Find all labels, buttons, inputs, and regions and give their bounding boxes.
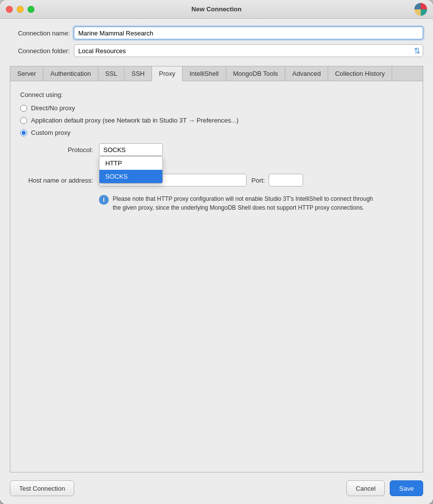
connection-name-label: Connection name: xyxy=(10,30,74,37)
tab-mongodb-tools[interactable]: MongoDB Tools xyxy=(226,66,286,81)
protocol-dropdown: HTTP SOCKS xyxy=(99,156,163,184)
right-buttons: Cancel Save xyxy=(346,480,423,496)
no-proxy-radio[interactable] xyxy=(20,105,27,112)
tab-ssl[interactable]: SSL xyxy=(98,66,125,81)
tab-intellishell[interactable]: IntelliShell xyxy=(183,66,226,81)
connection-folder-label: Connection folder: xyxy=(10,47,74,55)
bottom-bar: Test Connection Cancel Save xyxy=(0,472,433,504)
window-title: New Connection xyxy=(191,5,242,13)
tab-advanced[interactable]: Advanced xyxy=(285,66,328,81)
connection-folder-select[interactable]: Local Resources xyxy=(74,44,423,57)
connection-name-input[interactable] xyxy=(74,27,423,39)
custom-proxy-label: Custom proxy xyxy=(31,129,70,136)
titlebar: New Connection xyxy=(0,0,433,19)
save-button[interactable]: Save xyxy=(390,480,423,496)
app-icon xyxy=(414,3,427,16)
protocol-selected-value: SOCKS xyxy=(103,146,126,154)
hostname-row: Host name or address: Port: xyxy=(25,174,413,187)
close-button[interactable] xyxy=(6,6,13,13)
port-label: Port: xyxy=(251,177,265,184)
no-proxy-option[interactable]: Direct/No proxy xyxy=(20,104,413,112)
app-proxy-option[interactable]: Application default proxy (see Network t… xyxy=(20,117,413,124)
protocol-row: Protocol: SOCKS HTTP SOCKS xyxy=(25,143,413,156)
minimize-button[interactable] xyxy=(17,6,24,13)
port-input[interactable] xyxy=(269,174,303,187)
content-area: Connection name: Connection folder: Loca… xyxy=(0,19,433,472)
connection-folder-row: Connection folder: Local Resources ⇅ xyxy=(10,44,423,57)
traffic-lights xyxy=(6,6,34,13)
info-box: i Please note that HTTP proxy configurat… xyxy=(99,194,413,212)
custom-proxy-option[interactable]: Custom proxy xyxy=(20,129,413,136)
tab-ssh[interactable]: SSH xyxy=(124,66,152,81)
app-proxy-label: Application default proxy (see Network t… xyxy=(31,117,239,124)
tab-proxy[interactable]: Proxy xyxy=(152,66,183,81)
protocol-select-wrapper: SOCKS HTTP SOCKS xyxy=(99,143,163,156)
hostname-label: Host name or address: xyxy=(25,177,99,184)
test-connection-button[interactable]: Test Connection xyxy=(10,480,74,496)
protocol-option-http[interactable]: HTTP xyxy=(99,157,162,170)
custom-proxy-radio[interactable] xyxy=(20,129,27,136)
protocol-select-display[interactable]: SOCKS xyxy=(99,143,163,156)
connect-using-label: Connect using: xyxy=(20,91,413,98)
tab-bar: Server Authentication SSL SSH Proxy Inte… xyxy=(10,66,423,81)
proxy-form: Protocol: SOCKS HTTP SOCKS Host n xyxy=(20,143,413,212)
main-window: New Connection Connection name: Connecti… xyxy=(0,0,433,504)
maximize-button[interactable] xyxy=(28,6,34,13)
tab-server[interactable]: Server xyxy=(10,66,43,81)
connection-folder-wrapper: Local Resources ⇅ xyxy=(74,44,423,57)
connection-name-row: Connection name: xyxy=(10,27,423,39)
protocol-option-socks[interactable]: SOCKS xyxy=(99,170,162,183)
cancel-button[interactable]: Cancel xyxy=(346,480,385,496)
tab-collection-history[interactable]: Collection History xyxy=(328,66,392,81)
info-icon: i xyxy=(99,195,109,205)
tab-authentication[interactable]: Authentication xyxy=(43,66,98,81)
info-text: Please note that HTTP proxy configuratio… xyxy=(113,194,378,212)
no-proxy-label: Direct/No proxy xyxy=(31,104,75,112)
proxy-tab-panel: Connect using: Direct/No proxy Applicati… xyxy=(10,81,423,472)
protocol-label: Protocol: xyxy=(25,146,99,154)
app-proxy-radio[interactable] xyxy=(20,117,27,124)
